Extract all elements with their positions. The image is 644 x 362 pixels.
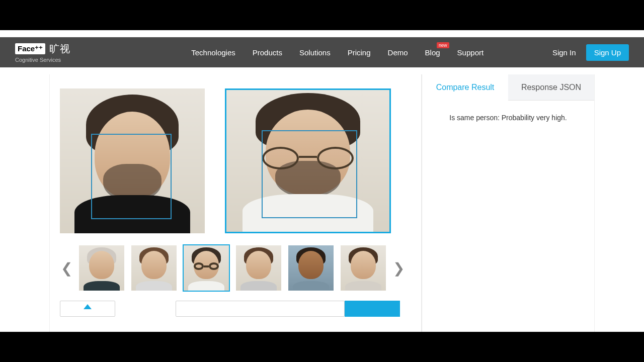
result-panel: Compare Result Response JSON Is same per… <box>422 74 595 336</box>
content: ❮ ❯ Compare <box>49 74 595 336</box>
thumb-elderly-man[interactable] <box>79 245 124 291</box>
nav-demo[interactable]: Demo <box>388 48 408 57</box>
tab-response-json[interactable]: Response JSON <box>508 74 594 101</box>
thumb-woman-4[interactable] <box>341 245 386 291</box>
carousel-prev-button[interactable]: ❮ <box>60 248 73 288</box>
nav-blog-label: Blog <box>425 48 440 57</box>
thumb-bearded-man-glasses[interactable] <box>184 245 229 291</box>
logo-brand: Face⁺⁺ <box>15 43 45 54</box>
tab-compare-result[interactable]: Compare Result <box>422 74 508 101</box>
source-image[interactable] <box>60 88 205 233</box>
new-badge: new <box>437 42 449 48</box>
nav-solutions[interactable]: Solutions <box>299 48 331 57</box>
main-header: Face⁺⁺ 旷视 Cognitive Services Technologie… <box>0 37 644 67</box>
compare-panel: ❮ ❯ <box>49 74 422 336</box>
nav-technologies[interactable]: Technologies <box>191 48 235 57</box>
thumbnail-carousel: ❮ ❯ <box>60 245 411 291</box>
nav-blog[interactable]: Blog new <box>425 48 440 57</box>
letterbox-bottom <box>0 332 644 362</box>
thumb-woman-3[interactable] <box>288 245 334 291</box>
thumb-woman-1[interactable] <box>131 245 177 291</box>
nav-products[interactable]: Products <box>253 48 282 57</box>
carousel-next-button[interactable]: ❯ <box>392 248 405 288</box>
logo-subtitle: Cognitive Services <box>15 57 70 63</box>
signup-button[interactable]: Sign Up <box>586 44 629 61</box>
signin-link[interactable]: Sign In <box>552 48 576 57</box>
letterbox-top <box>0 0 644 30</box>
face-bounding-box <box>91 134 172 219</box>
nav-support[interactable]: Support <box>457 48 484 57</box>
logo-cn: 旷视 <box>49 42 70 56</box>
face-bounding-box <box>262 130 357 218</box>
url-input[interactable] <box>176 301 345 317</box>
target-image[interactable] <box>225 88 391 233</box>
upload-row <box>60 301 411 317</box>
thumb-woman-2[interactable] <box>236 245 281 291</box>
nav-pricing[interactable]: Pricing <box>348 48 371 57</box>
result-text: Is same person: Probability very high. <box>422 101 594 135</box>
logo[interactable]: Face⁺⁺ 旷视 Cognitive Services <box>15 42 70 63</box>
submit-button[interactable] <box>345 301 400 317</box>
primary-nav: Technologies Products Solutions Pricing … <box>191 48 537 57</box>
upload-button[interactable] <box>60 301 115 317</box>
